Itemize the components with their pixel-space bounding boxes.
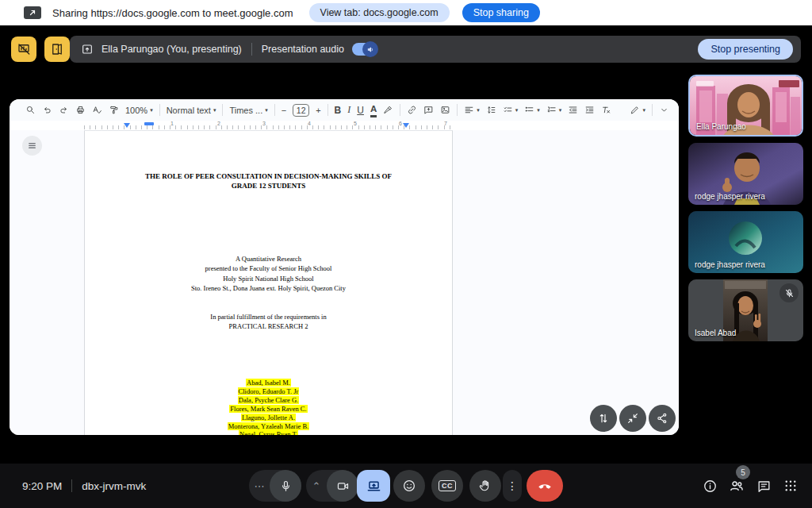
phone-hangup-icon bbox=[537, 478, 553, 494]
numbered-list-select[interactable]: ▾ bbox=[546, 103, 562, 117]
end-call-button[interactable] bbox=[527, 470, 563, 502]
participant-name-label: Ella Parungao bbox=[696, 122, 746, 131]
participant-tile-isabel-abad[interactable]: Isabel Abad bbox=[688, 279, 803, 341]
bold-button[interactable]: B bbox=[335, 103, 342, 117]
highlight-color-icon[interactable] bbox=[383, 103, 393, 117]
ruler-number: 7 bbox=[444, 121, 447, 126]
zoom-select[interactable]: 100%▾ bbox=[125, 103, 153, 117]
document-canvas[interactable]: THE ROLE OF PEER CONSULTATION IN DECISIO… bbox=[10, 130, 679, 435]
captions-button[interactable]: CC bbox=[431, 470, 463, 502]
spellcheck-icon[interactable] bbox=[92, 103, 102, 117]
presenting-strip: Ella Parungao (You, presenting) Presenta… bbox=[0, 25, 812, 70]
presentation-audio-label: Presentation audio bbox=[262, 44, 344, 55]
chevron-down-icon: ▾ bbox=[515, 107, 519, 114]
leave-meeting-door-button[interactable] bbox=[44, 37, 70, 62]
add-comment-icon[interactable] bbox=[423, 103, 434, 117]
chevron-down-icon: ▾ bbox=[537, 107, 540, 114]
document-intro: A Quantitative Research presented to the… bbox=[84, 254, 453, 294]
align-select[interactable]: ▾ bbox=[464, 103, 480, 117]
meeting-code: dbx-jrvm-mvk bbox=[82, 480, 146, 492]
camera-options-button[interactable]: ⌃ bbox=[306, 480, 327, 492]
mic-button[interactable] bbox=[270, 470, 301, 502]
undo-icon[interactable] bbox=[42, 103, 52, 117]
present-to-meeting-icon bbox=[81, 43, 94, 56]
ruler-number: 2 bbox=[217, 121, 220, 126]
meeting-info: 9:20 PM dbx-jrvm-mvk bbox=[22, 464, 146, 508]
font-select[interactable]: Times ...▾ bbox=[229, 103, 267, 117]
participant-tile-rodge-2[interactable]: rodge jhasper rivera bbox=[688, 211, 803, 273]
ruler-number: 5 bbox=[354, 121, 357, 126]
print-icon[interactable] bbox=[75, 103, 86, 117]
screen-share-icon bbox=[24, 6, 41, 19]
insert-link-icon[interactable] bbox=[407, 103, 417, 117]
reactions-button[interactable] bbox=[393, 470, 425, 502]
decrease-font-size-button[interactable]: − bbox=[282, 103, 286, 117]
first-line-indent-marker[interactable] bbox=[144, 122, 154, 125]
chevron-down-icon: ▾ bbox=[559, 107, 562, 114]
stop-presentation-shortcut-button[interactable] bbox=[11, 37, 36, 62]
raise-hand-button[interactable] bbox=[469, 470, 501, 502]
participant-name-label: Isabel Abad bbox=[695, 329, 736, 337]
increase-font-size-button[interactable]: + bbox=[316, 103, 320, 117]
mic-options-button[interactable]: ⋯ bbox=[249, 480, 270, 492]
font-size-input[interactable]: 12 bbox=[293, 104, 309, 117]
paint-format-icon[interactable] bbox=[109, 103, 119, 117]
microphone-control: ⋯ bbox=[249, 470, 301, 502]
chevron-down-icon: ▾ bbox=[213, 107, 216, 114]
more-options-button[interactable]: ⋮ bbox=[503, 470, 522, 502]
ruler-ticks bbox=[84, 125, 453, 129]
chevron-down-icon: ▾ bbox=[150, 107, 153, 114]
italic-button[interactable]: I bbox=[347, 103, 350, 117]
cc-icon: CC bbox=[439, 480, 456, 491]
divider bbox=[274, 104, 275, 116]
participant-name-label: rodge jhasper rivera bbox=[695, 192, 765, 201]
document-authors: Abad, Isabel M. Clidoro, Eduardo T. Jr D… bbox=[84, 379, 453, 435]
stop-sharing-button[interactable]: Stop sharing bbox=[462, 3, 540, 22]
presentation-audio-toggle[interactable] bbox=[352, 43, 377, 56]
divider bbox=[327, 104, 328, 116]
docs-toolbar: 100%▾ Normal text▾ Times ...▾ − 12 + B I… bbox=[10, 99, 679, 121]
stop-presenting-button[interactable]: Stop presenting bbox=[698, 39, 793, 60]
camera-button[interactable] bbox=[327, 470, 358, 502]
line-spacing-icon[interactable] bbox=[486, 103, 496, 117]
meet-screen: Sharing https://docs.google.com to meet.… bbox=[0, 0, 812, 508]
participant-tile-ella-parungao[interactable]: Ella Parungao bbox=[688, 75, 803, 137]
participant-count-badge: 5 bbox=[736, 465, 750, 479]
view-tab-button[interactable]: View tab: docs.google.com bbox=[309, 3, 450, 22]
sharing-status-text: Sharing https://docs.google.com to meet.… bbox=[52, 7, 293, 19]
decrease-indent-icon[interactable] bbox=[568, 103, 578, 117]
participant-tile-rodge-1[interactable]: rodge jhasper rivera bbox=[688, 143, 803, 205]
editing-mode-select[interactable]: ▾ bbox=[630, 103, 645, 117]
docs-ruler[interactable]: 1 2 3 4 5 6 7 bbox=[10, 121, 679, 130]
checklist-select[interactable]: ▾ bbox=[503, 103, 519, 117]
activities-button[interactable] bbox=[775, 470, 806, 502]
bulleted-list-select[interactable]: ▾ bbox=[524, 103, 540, 117]
clear-formatting-icon[interactable] bbox=[601, 103, 611, 117]
document-outline-button[interactable] bbox=[22, 136, 42, 156]
paragraph-style-select[interactable]: Normal text▾ bbox=[167, 103, 216, 117]
divider bbox=[400, 104, 400, 116]
indent-marker-right[interactable] bbox=[403, 123, 409, 128]
chevron-down-icon: ▾ bbox=[642, 107, 645, 114]
text-color-button[interactable]: A bbox=[370, 103, 377, 117]
insert-image-icon[interactable] bbox=[440, 103, 450, 117]
chevron-down-icon: ▾ bbox=[265, 107, 268, 114]
ruler-number: 6 bbox=[399, 121, 402, 126]
indent-marker-left[interactable] bbox=[124, 123, 130, 128]
tab-sharing-bar: Sharing https://docs.google.com to meet.… bbox=[0, 0, 812, 25]
document-title: THE ROLE OF PEER CONSULTATION IN DECISIO… bbox=[84, 172, 453, 190]
scroll-control-button[interactable] bbox=[590, 405, 617, 432]
divider bbox=[222, 104, 223, 116]
redo-icon[interactable] bbox=[59, 103, 69, 117]
minimize-presentation-button[interactable] bbox=[619, 405, 646, 432]
divider bbox=[159, 104, 160, 116]
divider bbox=[457, 104, 458, 116]
collapse-toolbar-icon[interactable] bbox=[659, 103, 669, 117]
increase-indent-icon[interactable] bbox=[584, 103, 595, 117]
share-button[interactable] bbox=[649, 405, 676, 432]
present-now-button-active[interactable] bbox=[357, 470, 390, 502]
meet-bottom-bar: 9:20 PM dbx-jrvm-mvk ⋯ ⌃ CC bbox=[0, 464, 812, 508]
search-icon[interactable] bbox=[25, 103, 36, 117]
underline-button[interactable]: U bbox=[357, 103, 364, 117]
presenter-info-bar: Ella Parungao (You, presenting) Presenta… bbox=[70, 36, 801, 63]
